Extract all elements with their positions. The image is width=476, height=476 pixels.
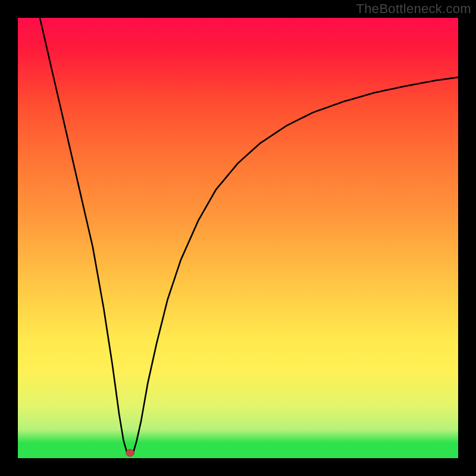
watermark-text: TheBottleneck.com <box>356 1 471 17</box>
chart-container: TheBottleneck.com <box>0 0 476 476</box>
optimal-point-marker <box>126 449 134 456</box>
chart-svg <box>18 18 458 458</box>
plot-frame <box>18 18 458 458</box>
gradient-background <box>18 18 458 458</box>
